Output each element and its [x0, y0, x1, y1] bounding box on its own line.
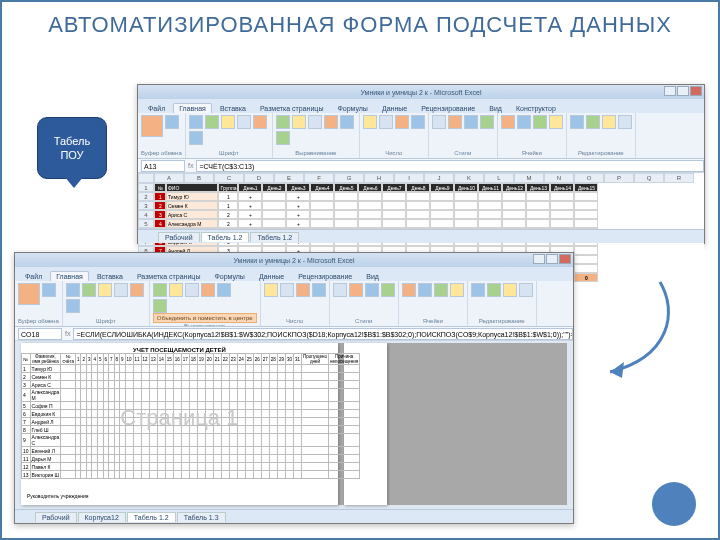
ribbon-button[interactable]: [432, 115, 446, 129]
ribbon-button[interactable]: [153, 283, 167, 297]
cell[interactable]: 1: [218, 192, 238, 201]
ribbon-button[interactable]: [381, 283, 395, 297]
name-box[interactable]: CO18: [18, 328, 62, 340]
ribbon-button[interactable]: [98, 283, 112, 297]
ribbon-button[interactable]: [363, 115, 377, 129]
col-header[interactable]: B: [184, 173, 214, 183]
cell[interactable]: Александра М: [166, 219, 218, 228]
ribbon-button[interactable]: [480, 115, 494, 129]
col-header[interactable]: H: [364, 173, 394, 183]
ribbon-button[interactable]: [618, 115, 632, 129]
ribbon-tab[interactable]: Данные: [376, 103, 413, 113]
ribbon-button[interactable]: [264, 283, 278, 297]
ribbon-tab[interactable]: Разметка страницы: [131, 271, 207, 281]
ribbon-button[interactable]: [464, 115, 478, 129]
cell[interactable]: 2: [154, 201, 166, 210]
col-header[interactable]: K: [454, 173, 484, 183]
ribbon-button[interactable]: [141, 115, 163, 137]
ribbon-button[interactable]: [185, 283, 199, 297]
sheet-tab[interactable]: Рабочий: [35, 512, 77, 522]
ribbon-button[interactable]: [153, 299, 167, 313]
sheet-tab[interactable]: Корпуса12: [78, 512, 126, 522]
col-header[interactable]: R: [664, 173, 694, 183]
ribbon-button[interactable]: [379, 115, 393, 129]
cell[interactable]: 3: [154, 210, 166, 219]
col-header[interactable]: L: [484, 173, 514, 183]
ribbon-tab[interactable]: Вставка: [91, 271, 129, 281]
ribbon-button[interactable]: [18, 283, 40, 305]
ribbon-tab[interactable]: Рецензирование: [292, 271, 358, 281]
ribbon-button[interactable]: [276, 115, 290, 129]
col-header[interactable]: Q: [634, 173, 664, 183]
ribbon-button[interactable]: [501, 115, 515, 129]
ribbon-button[interactable]: [189, 131, 203, 145]
ribbon-button[interactable]: [448, 115, 462, 129]
cell[interactable]: 2: [218, 210, 238, 219]
ribbon-tab[interactable]: Вид: [483, 103, 508, 113]
ribbon-button[interactable]: [333, 283, 347, 297]
cell[interactable]: Ариса С: [166, 210, 218, 219]
ribbon-button[interactable]: [324, 115, 338, 129]
ribbon-button[interactable]: [221, 115, 235, 129]
ribbon-button[interactable]: [66, 299, 80, 313]
ribbon-button[interactable]: [340, 115, 354, 129]
ribbon-tab[interactable]: Данные: [253, 271, 290, 281]
max-btn[interactable]: [677, 86, 689, 96]
ribbon-button[interactable]: [602, 115, 616, 129]
ribbon-button[interactable]: [114, 283, 128, 297]
close-btn[interactable]: [559, 254, 571, 264]
min-btn[interactable]: [533, 254, 545, 264]
sheet-tab[interactable]: Табель 1.2: [201, 232, 250, 242]
ribbon-button[interactable]: [570, 115, 584, 129]
ribbon-button[interactable]: [471, 283, 485, 297]
col-header[interactable]: F: [304, 173, 334, 183]
col-header[interactable]: J: [424, 173, 454, 183]
ribbon-button[interactable]: [237, 115, 251, 129]
ribbon-button[interactable]: [349, 283, 363, 297]
worksheet-page[interactable]: УЧЕТ ПОСЕЩАЕМОСТИ ДЕТЕЙ №Фамилия, имя ре…: [21, 343, 338, 505]
ribbon-tab[interactable]: Вид: [360, 271, 385, 281]
close-btn[interactable]: [690, 86, 702, 96]
ribbon-tab[interactable]: Формулы: [331, 103, 373, 113]
ribbon-button[interactable]: [280, 283, 294, 297]
ribbon-button[interactable]: [205, 115, 219, 129]
ribbon-tab[interactable]: Конструктор: [510, 103, 562, 113]
sheet-tab[interactable]: Табель 1.3: [177, 512, 226, 522]
ribbon-button[interactable]: [434, 283, 448, 297]
col-header[interactable]: A: [154, 173, 184, 183]
cell[interactable]: 1: [218, 201, 238, 210]
col-header[interactable]: O: [574, 173, 604, 183]
col-header[interactable]: P: [604, 173, 634, 183]
ribbon-tab[interactable]: Рецензирование: [415, 103, 481, 113]
ribbon-button[interactable]: [189, 115, 203, 129]
cell[interactable]: 1: [154, 192, 166, 201]
ribbon-button[interactable]: [487, 283, 501, 297]
ribbon-tab[interactable]: Файл: [142, 103, 171, 113]
ribbon-button[interactable]: [450, 283, 464, 297]
ribbon-button[interactable]: [519, 283, 533, 297]
ribbon-tab[interactable]: Главная: [50, 271, 89, 281]
ribbon-button[interactable]: [395, 115, 409, 129]
fx-icon[interactable]: fx: [188, 162, 193, 169]
ribbon-button[interactable]: [66, 283, 80, 297]
fx-icon[interactable]: fx: [65, 330, 70, 337]
col-header[interactable]: M: [514, 173, 544, 183]
ribbon-tab[interactable]: Разметка страницы: [254, 103, 330, 113]
col-header[interactable]: E: [274, 173, 304, 183]
ribbon-button[interactable]: [42, 283, 56, 297]
merge-center-button[interactable]: Объединить и поместить в центре: [153, 313, 257, 323]
cell[interactable]: Тимур Ю: [166, 192, 218, 201]
name-box[interactable]: A13: [141, 160, 185, 172]
col-header[interactable]: N: [544, 173, 574, 183]
cell[interactable]: 2: [218, 219, 238, 228]
ribbon-tab[interactable]: Формулы: [208, 271, 250, 281]
ribbon-button[interactable]: [296, 283, 310, 297]
formula-input[interactable]: =ЕСЛИ(ЕСЛИОШИБКА(ИНДЕКС(Корпуса12!$B$1:$…: [73, 328, 573, 340]
ribbon-button[interactable]: [365, 283, 379, 297]
ribbon-button[interactable]: [82, 283, 96, 297]
col-header[interactable]: C: [214, 173, 244, 183]
ribbon-button[interactable]: [292, 115, 306, 129]
ribbon-button[interactable]: [517, 115, 531, 129]
ribbon-button[interactable]: [165, 115, 179, 129]
ribbon-button[interactable]: [312, 283, 326, 297]
